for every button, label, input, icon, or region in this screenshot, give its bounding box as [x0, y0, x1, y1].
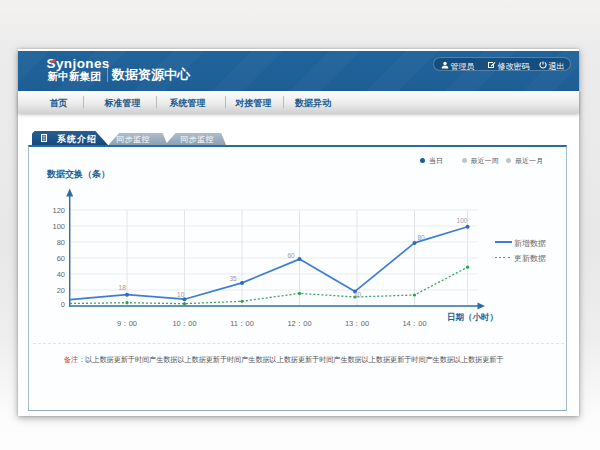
svg-text:80: 80: [417, 234, 425, 241]
svg-text:35: 35: [229, 274, 237, 281]
svg-text:13：00: 13：00: [345, 319, 369, 328]
svg-text:14：00: 14：00: [402, 319, 426, 328]
svg-text:40: 40: [57, 269, 65, 278]
svg-text:10: 10: [177, 291, 185, 298]
svg-text:100: 100: [52, 221, 65, 230]
svg-text:60: 60: [57, 253, 65, 262]
svg-text:80: 80: [57, 237, 65, 246]
svg-text:0: 0: [61, 299, 65, 308]
svg-text:120: 120: [52, 205, 65, 214]
svg-text:100: 100: [457, 217, 468, 224]
svg-text:18: 18: [119, 283, 127, 290]
svg-text:20: 20: [57, 285, 65, 294]
svg-text:9：00: 9：00: [117, 319, 137, 328]
svg-text:60: 60: [287, 251, 295, 258]
svg-text:10: 10: [354, 290, 362, 297]
svg-text:11：00: 11：00: [230, 319, 254, 328]
svg-text:10：00: 10：00: [172, 319, 196, 328]
svg-text:12：00: 12：00: [287, 319, 311, 328]
